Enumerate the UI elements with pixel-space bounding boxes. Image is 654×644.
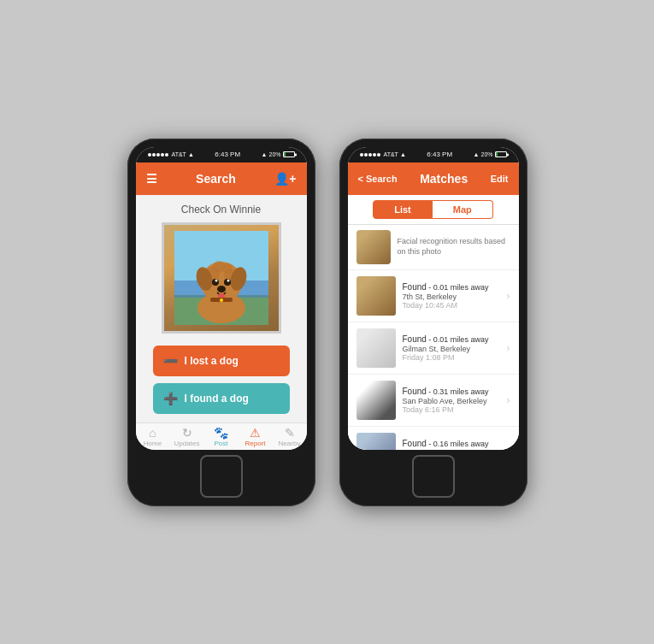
status-time: 6:43 PM [215, 151, 240, 158]
tab-nearby[interactable]: ✎ Nearby [273, 427, 307, 447]
match-address-3: San Pablo Ave, Berkeley [403, 397, 500, 405]
search-screen-content: Check On Winnie [136, 195, 307, 450]
found-dog-label: I found a dog [185, 393, 249, 405]
chevron-icon-1: › [507, 290, 510, 302]
home-button-matches[interactable] [412, 455, 455, 498]
signal-icon [148, 153, 168, 157]
paw-icon: 🐾 [214, 427, 228, 439]
status-bar-search: AT&T ▲ 6:43 PM ▲ 20% [136, 147, 307, 162]
phone-search: AT&T ▲ 6:43 PM ▲ 20% ☰ Search 👤+ Che [127, 139, 315, 506]
matches-page: List Map Facial recognition results base… [348, 195, 519, 450]
match-time-3: Today 6:16 PM [403, 405, 500, 414]
battery-percent-2: 20% [480, 151, 492, 157]
battery-icon [283, 151, 295, 157]
match-status-1: Found - 0.01 miles away [403, 282, 500, 292]
carrier-label-2: AT&T [384, 151, 398, 157]
nearby-icon: ✎ [285, 427, 295, 439]
tab-bar-search: ⌂ Home ↻ Updates 🐾 Post ⚠ Report [136, 422, 307, 450]
home-icon: ⌂ [149, 427, 156, 439]
found-dog-button[interactable]: ➕ I found a dog [153, 383, 290, 414]
wifi-icon: ▲ [188, 151, 194, 157]
minus-icon: ➖ [163, 354, 178, 368]
chevron-icon-3: › [507, 394, 510, 406]
matches-title: Matches [420, 172, 468, 186]
match-thumb-2 [356, 328, 396, 368]
gps-icon: ▲ [262, 151, 268, 157]
facial-thumb-img [356, 230, 391, 264]
match-time-1: Today 10:45 AM [403, 301, 500, 310]
add-user-icon[interactable]: 👤+ [274, 172, 296, 186]
match-address-2: Gilman St, Berkeley [403, 345, 500, 353]
tab-report[interactable]: ⚠ Report [239, 427, 273, 447]
map-tab[interactable]: Map [433, 200, 493, 219]
match-time-2: Friday 1:08 PM [403, 353, 500, 362]
home-button-search[interactable] [200, 455, 243, 498]
match-thumb-4 [356, 433, 396, 450]
match-item-4[interactable]: Found - 0.16 miles away Gilman St, Berke… [348, 427, 519, 450]
tab-nearby-label: Nearby [279, 440, 301, 447]
matches-screen-content: List Map Facial recognition results base… [348, 195, 519, 450]
match-status-4: Found - 0.16 miles away [403, 439, 500, 448]
battery-percent: 20% [268, 151, 280, 157]
chevron-icon-2: › [507, 342, 510, 354]
phones-container: AT&T ▲ 6:43 PM ▲ 20% ☰ Search 👤+ Che [127, 139, 527, 506]
match-info-3: Found - 0.31 miles away San Pablo Ave, B… [403, 387, 500, 414]
match-item-2[interactable]: Found - 0.01 miles away Gilman St, Berke… [348, 322, 519, 375]
battery-icon-2 [495, 151, 507, 157]
match-item-3[interactable]: Found - 0.31 miles away San Pablo Ave, B… [348, 375, 519, 427]
search-title: Search [196, 172, 236, 186]
match-thumb-1 [356, 276, 396, 316]
match-thumb-img-4 [356, 433, 396, 450]
match-distance-2: - 0.01 miles away [427, 335, 489, 344]
tab-home-label: Home [144, 440, 162, 447]
carrier-label: AT&T [172, 151, 186, 157]
plus-icon: ➕ [163, 392, 178, 405]
match-address-4: Gilman St, Berkeley [403, 449, 500, 450]
gps-icon-2: ▲ [474, 151, 480, 157]
status-time-2: 6:43 PM [427, 151, 452, 158]
match-list: Found - 0.01 miles away 7th St, Berkeley… [348, 270, 519, 450]
facial-rec-text: Facial recognition results based on this… [398, 237, 510, 257]
edit-button[interactable]: Edit [491, 174, 509, 184]
lost-dog-button[interactable]: ➖ I lost a dog [153, 346, 290, 376]
search-header: ☰ Search 👤+ [136, 162, 307, 195]
tab-post-label: Post [214, 440, 227, 447]
matches-header: < Search Matches Edit [348, 162, 519, 195]
match-thumb-img-3 [356, 381, 396, 420]
search-page: Check On Winnie [136, 195, 307, 422]
match-address-1: 7th St, Berkeley [403, 292, 500, 301]
lost-dog-label: I lost a dog [185, 355, 239, 367]
phone-matches: AT&T ▲ 6:43 PM ▲ 20% < Search Matches Ed… [339, 139, 527, 506]
signal-icon-2 [360, 153, 380, 157]
dog-photo-frame[interactable] [162, 222, 281, 334]
match-status-2: Found - 0.01 miles away [403, 334, 500, 344]
tab-report-label: Report [245, 440, 265, 447]
updates-icon: ↻ [182, 427, 192, 439]
chevron-icon-4: › [507, 446, 510, 450]
svg-point-15 [215, 279, 217, 281]
phone-search-screen: AT&T ▲ 6:43 PM ▲ 20% ☰ Search 👤+ Che [136, 147, 307, 450]
match-distance-3: - 0.31 miles away [427, 387, 489, 396]
tab-post[interactable]: 🐾 Post [204, 427, 239, 447]
match-item-1[interactable]: Found - 0.01 miles away 7th St, Berkeley… [348, 270, 519, 322]
list-map-tabs: List Map [348, 195, 519, 225]
facial-thumb [356, 230, 391, 264]
match-thumb-img-2 [356, 328, 396, 368]
svg-point-20 [220, 298, 223, 302]
status-bar-matches: AT&T ▲ 6:43 PM ▲ 20% [348, 147, 519, 162]
dog-photo [164, 225, 279, 331]
report-icon: ⚠ [250, 427, 261, 439]
match-distance-1: - 0.01 miles away [427, 283, 489, 292]
facial-rec-banner: Facial recognition results based on this… [348, 225, 519, 270]
check-on-subtitle: Check On Winnie [181, 204, 261, 216]
phone-matches-screen: AT&T ▲ 6:43 PM ▲ 20% < Search Matches Ed… [348, 147, 519, 450]
svg-point-16 [227, 279, 229, 281]
match-info-4: Found - 0.16 miles away Gilman St, Berke… [403, 439, 500, 450]
tab-updates[interactable]: ↻ Updates [170, 427, 204, 447]
menu-icon[interactable]: ☰ [146, 172, 157, 186]
match-status-3: Found - 0.31 miles away [403, 387, 500, 396]
tab-updates-label: Updates [174, 440, 200, 447]
tab-home[interactable]: ⌂ Home [136, 427, 170, 447]
list-tab[interactable]: List [373, 200, 433, 219]
back-button[interactable]: < Search [358, 174, 398, 184]
